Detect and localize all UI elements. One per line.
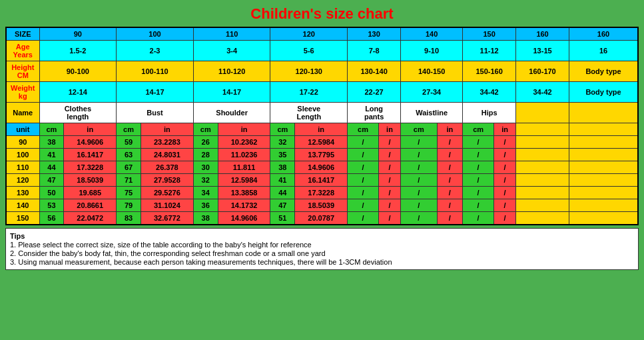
name-pants: Long pants bbox=[348, 103, 401, 123]
r3-b-in: 27.9528 bbox=[141, 174, 193, 187]
r5-b-in: 31.1024 bbox=[141, 199, 193, 212]
r2-s-in: 11.811 bbox=[218, 161, 270, 174]
page: Children's size chart SIZE 90 100 110 12… bbox=[0, 0, 644, 275]
unit-cm1: cm bbox=[39, 123, 64, 136]
height-8: Body type bbox=[569, 61, 638, 82]
unit-in2: in bbox=[141, 123, 193, 136]
row-size: 150 bbox=[6, 212, 39, 225]
unit-cm3: cm bbox=[193, 123, 218, 136]
unit-empty2 bbox=[569, 123, 638, 136]
r2-w-cm: / bbox=[401, 161, 438, 174]
header-row: SIZE 90 100 110 120 130 140 150 160 160 bbox=[6, 27, 638, 41]
r3-w-cm: / bbox=[401, 174, 438, 187]
r5-b-cm: 79 bbox=[117, 199, 141, 212]
r2-e2 bbox=[569, 161, 638, 174]
age-row: Age Years 1.5-2 2-3 3-4 5-6 7-8 9-10 11-… bbox=[6, 41, 638, 61]
weight-8: Body type bbox=[569, 82, 638, 103]
r3-s-in: 12.5984 bbox=[218, 174, 270, 187]
age-1: 2-3 bbox=[117, 41, 194, 61]
r5-p-in: / bbox=[378, 199, 400, 212]
r3-w-in: / bbox=[437, 174, 463, 187]
r2-c-cm: 44 bbox=[39, 161, 64, 174]
r3-p-cm: / bbox=[348, 174, 379, 187]
row-size: 90 bbox=[6, 136, 39, 149]
tips-section: Tips 1. Please select the correct size, … bbox=[5, 228, 639, 270]
r6-b-in: 32.6772 bbox=[141, 212, 193, 225]
height-2: 110-120 bbox=[193, 61, 270, 82]
row-size: 130 bbox=[6, 187, 39, 199]
unit-cm2: cm bbox=[117, 123, 141, 136]
r3-h-in: / bbox=[494, 174, 516, 187]
r5-w-cm: / bbox=[401, 199, 438, 212]
height-4: 130-140 bbox=[348, 61, 401, 82]
r2-b-in: 26.378 bbox=[141, 161, 193, 174]
r6-h-cm: / bbox=[463, 212, 494, 225]
r1-sl-cm: 35 bbox=[270, 149, 295, 161]
unit-cm7: cm bbox=[463, 123, 494, 136]
age-8: 16 bbox=[569, 41, 638, 61]
r6-s-in: 14.9606 bbox=[218, 212, 270, 225]
r1-h-in: / bbox=[494, 149, 516, 161]
r6-s-cm: 38 bbox=[193, 212, 218, 225]
r2-e1 bbox=[516, 161, 569, 174]
r6-p-cm: / bbox=[348, 212, 379, 225]
table-row: 90 38 14.9606 59 23.2283 26 10.2362 32 1… bbox=[6, 136, 638, 149]
age-3: 5-6 bbox=[270, 41, 348, 61]
unit-cm5: cm bbox=[348, 123, 379, 136]
r0-w-in: / bbox=[437, 136, 463, 149]
weight-7: 34-42 bbox=[516, 82, 569, 103]
table-row: 130 50 19.685 75 29.5276 34 13.3858 44 1… bbox=[6, 187, 638, 199]
r6-c-cm: 56 bbox=[39, 212, 64, 225]
size-120: 120 bbox=[270, 27, 348, 41]
row-size: 120 bbox=[6, 174, 39, 187]
r0-c-in: 14.9606 bbox=[64, 136, 117, 149]
r0-p-cm: / bbox=[348, 136, 379, 149]
r3-e2 bbox=[569, 174, 638, 187]
weight-3: 17-22 bbox=[270, 82, 348, 103]
weight-label: Weight kg bbox=[6, 82, 39, 103]
r1-c-in: 16.1417 bbox=[64, 149, 117, 161]
size-160a: 160 bbox=[516, 27, 569, 41]
name-label: Name bbox=[6, 103, 39, 123]
r5-h-in: / bbox=[494, 199, 516, 212]
age-7: 13-15 bbox=[516, 41, 569, 61]
r1-s-cm: 28 bbox=[193, 149, 218, 161]
r0-h-cm: / bbox=[463, 136, 494, 149]
r3-sl-cm: 41 bbox=[270, 174, 295, 187]
r6-w-cm: / bbox=[401, 212, 438, 225]
r2-w-in: / bbox=[437, 161, 463, 174]
height-7: 160-170 bbox=[516, 61, 569, 82]
r0-b-cm: 59 bbox=[117, 136, 141, 149]
r4-p-in: / bbox=[378, 187, 400, 199]
r2-h-in: / bbox=[494, 161, 516, 174]
weight-1: 14-17 bbox=[117, 82, 194, 103]
r3-e1 bbox=[516, 174, 569, 187]
height-5: 140-150 bbox=[401, 61, 463, 82]
unit-label: unit bbox=[6, 123, 39, 136]
r3-c-in: 18.5039 bbox=[64, 174, 117, 187]
name-sleeve: Sleeve Length bbox=[270, 103, 348, 123]
r6-e2 bbox=[569, 212, 638, 225]
r1-c-cm: 41 bbox=[39, 149, 64, 161]
r5-sl-cm: 47 bbox=[270, 199, 295, 212]
r3-c-cm: 47 bbox=[39, 174, 64, 187]
r3-s-cm: 32 bbox=[193, 174, 218, 187]
r1-b-cm: 63 bbox=[117, 149, 141, 161]
r5-e2 bbox=[569, 199, 638, 212]
height-row: Height CM 90-100 100-110 110-120 120-130… bbox=[6, 61, 638, 82]
r6-h-in: / bbox=[494, 212, 516, 225]
r2-c-in: 17.3228 bbox=[64, 161, 117, 174]
weight-row: Weight kg 12-14 14-17 14-17 17-22 22-27 … bbox=[6, 82, 638, 103]
r0-sl-in: 12.5984 bbox=[295, 136, 348, 149]
r2-sl-in: 14.9606 bbox=[295, 161, 348, 174]
r6-p-in: / bbox=[378, 212, 400, 225]
r4-p-cm: / bbox=[348, 187, 379, 199]
unit-cm4: cm bbox=[270, 123, 295, 136]
r1-s-in: 11.0236 bbox=[218, 149, 270, 161]
height-6: 150-160 bbox=[463, 61, 516, 82]
r1-sl-in: 13.7795 bbox=[295, 149, 348, 161]
weight-5: 27-34 bbox=[401, 82, 463, 103]
age-6: 11-12 bbox=[463, 41, 516, 61]
size-140: 140 bbox=[401, 27, 463, 41]
page-title: Children's size chart bbox=[5, 5, 639, 23]
